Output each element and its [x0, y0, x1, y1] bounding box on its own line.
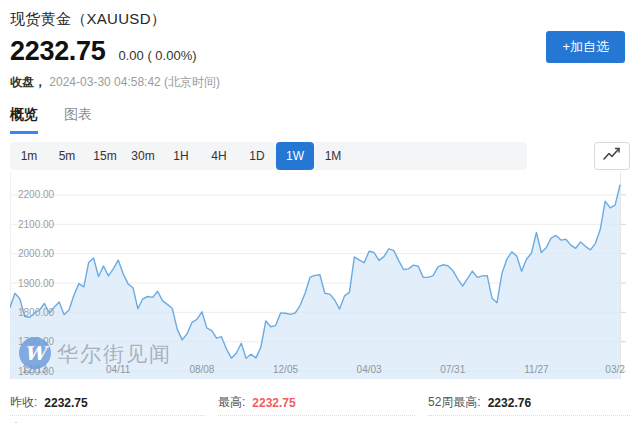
stat-label: 昨收: [10, 394, 37, 411]
chart-canvas[interactable]: 2200.002100.002000.001900.001800.001700.… [10, 172, 630, 379]
range-button-1M[interactable]: 1M [314, 142, 352, 170]
y-axis-label: 1800.00 [18, 307, 55, 318]
range-button-1H[interactable]: 1H [162, 142, 200, 170]
chart-toolbar: 1m5m15m30m1H4H1D1W1M [0, 142, 640, 170]
line-chart-icon [601, 145, 623, 167]
quote-header: 现货黄金（XAUUSD） 2232.75 0.00 ( 0.00%) 收盘， 2… [0, 0, 640, 91]
stat-value: 2232.76 [488, 396, 531, 410]
stat-label: 最高: [218, 394, 245, 411]
range-button-30m[interactable]: 30m [124, 142, 162, 170]
range-button-5m[interactable]: 5m [48, 142, 86, 170]
range-button-1D[interactable]: 1D [238, 142, 276, 170]
tab-overview[interactable]: 概览 [10, 106, 38, 134]
stat-high: 最高:2232.75 [218, 390, 415, 416]
quote-stats: 昨收:2232.75最高:2232.7552周最高:2232.76今开:2232… [10, 390, 630, 423]
view-tabs: 概览图表 [0, 106, 640, 134]
stat-prev-close: 昨收:2232.75 [10, 390, 205, 416]
symbol-title: 现货黄金（XAUUSD） [10, 10, 630, 29]
x-axis-label: 07/31 [440, 364, 465, 375]
quote-timestamp: 2024-03-30 04:58:42 (北京时间) [49, 75, 220, 89]
add-watchlist-button[interactable]: +加自选 [546, 31, 625, 63]
y-axis-label: 1900.00 [18, 278, 55, 289]
stat-label: 52周最高: [428, 394, 481, 411]
stat-open: 今开:2232.75 [10, 416, 205, 423]
watermark-text: 华尔街见闻 [57, 342, 172, 365]
market-status-label: 收盘， [10, 75, 46, 89]
x-axis-label: 11/27 [524, 364, 549, 375]
y-axis-label: 2100.00 [18, 219, 55, 230]
tab-chart[interactable]: 图表 [64, 106, 92, 134]
x-axis-label: 04/03 [357, 364, 382, 375]
x-axis-label: 03/2 [605, 364, 625, 375]
y-axis-label: 2000.00 [18, 248, 55, 259]
chart-type-button[interactable] [594, 142, 630, 170]
quote-page: 现货黄金（XAUUSD） 2232.75 0.00 ( 0.00%) 收盘， 2… [0, 0, 640, 423]
range-button-1m[interactable]: 1m [10, 142, 48, 170]
x-axis-label: 04/11 [106, 364, 131, 375]
price-row: 2232.75 0.00 ( 0.00%) [10, 36, 630, 67]
y-axis-label: 2200.00 [18, 189, 55, 200]
x-axis-label: 08/08 [189, 364, 214, 375]
last-price: 2232.75 [10, 36, 106, 67]
timeframe-bar: 1m5m15m30m1H4H1D1W1M [10, 142, 527, 170]
range-button-1W[interactable]: 1W [276, 142, 314, 170]
price-change: 0.00 ( 0.00%) [119, 48, 197, 63]
range-button-4H[interactable]: 4H [200, 142, 238, 170]
range-button-15m[interactable]: 15m [86, 142, 124, 170]
market-status-row: 收盘， 2024-03-30 04:58:42 (北京时间) [10, 74, 630, 91]
stat-low: 最低:2232.75 [218, 416, 415, 423]
price-chart[interactable]: 2200.002100.002000.001900.001800.001700.… [10, 172, 630, 379]
stat-52w-low: 52周最低:1811.61 [428, 416, 630, 423]
stat-value: 2232.75 [44, 396, 87, 410]
stat-value: 2232.75 [252, 396, 295, 410]
stat-52w-high: 52周最高:2232.76 [428, 390, 630, 416]
x-axis-label: 12/05 [273, 364, 298, 375]
